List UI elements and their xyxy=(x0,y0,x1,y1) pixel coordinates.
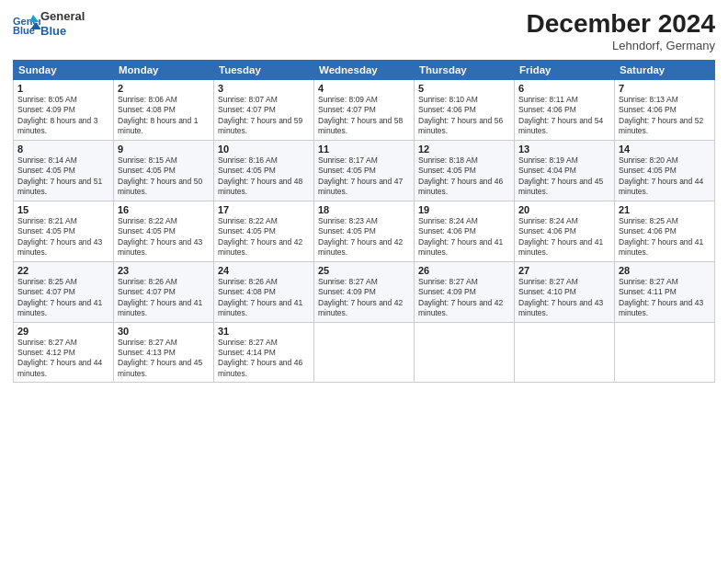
day-number: 30 xyxy=(118,326,210,337)
calendar-header-row: SundayMondayTuesdayWednesdayThursdayFrid… xyxy=(14,61,715,80)
calendar-cell: 26Sunrise: 8:27 AMSunset: 4:09 PMDayligh… xyxy=(415,261,515,322)
day-info: Sunrise: 8:09 AMSunset: 4:07 PMDaylight:… xyxy=(318,95,410,137)
month-title: December 2024 xyxy=(527,9,715,39)
day-number: 28 xyxy=(619,265,711,276)
day-number: 31 xyxy=(218,326,310,337)
day-info: Sunrise: 8:07 AMSunset: 4:07 PMDaylight:… xyxy=(218,95,310,137)
calendar-cell: 27Sunrise: 8:27 AMSunset: 4:10 PMDayligh… xyxy=(515,261,615,322)
calendar-cell: 12Sunrise: 8:18 AMSunset: 4:05 PMDayligh… xyxy=(415,140,515,201)
calendar-cell xyxy=(415,322,515,383)
calendar-cell: 7Sunrise: 8:13 AMSunset: 4:06 PMDaylight… xyxy=(615,80,715,141)
day-info: Sunrise: 8:27 AMSunset: 4:14 PMDaylight:… xyxy=(218,338,310,380)
calendar-cell: 10Sunrise: 8:16 AMSunset: 4:05 PMDayligh… xyxy=(214,140,314,201)
calendar-weekday-sunday: Sunday xyxy=(14,61,114,80)
day-number: 3 xyxy=(218,83,310,94)
calendar-weekday-friday: Friday xyxy=(515,61,615,80)
logo: General Blue General Blue xyxy=(13,9,85,38)
logo-icon: General Blue xyxy=(13,13,40,35)
day-number: 2 xyxy=(118,83,210,94)
calendar-weekday-monday: Monday xyxy=(114,61,214,80)
day-info: Sunrise: 8:27 AMSunset: 4:13 PMDaylight:… xyxy=(118,338,210,380)
day-number: 23 xyxy=(118,265,210,276)
day-number: 27 xyxy=(518,265,610,276)
location: Lehndorf, Germany xyxy=(527,39,715,52)
calendar-cell: 13Sunrise: 8:19 AMSunset: 4:04 PMDayligh… xyxy=(515,140,615,201)
day-number: 26 xyxy=(418,265,510,276)
day-info: Sunrise: 8:05 AMSunset: 4:09 PMDaylight:… xyxy=(17,95,109,137)
day-number: 14 xyxy=(619,144,711,155)
day-info: Sunrise: 8:27 AMSunset: 4:11 PMDaylight:… xyxy=(619,277,711,319)
day-number: 18 xyxy=(318,204,410,215)
day-info: Sunrise: 8:27 AMSunset: 4:10 PMDaylight:… xyxy=(518,277,610,319)
calendar-week-1: 1Sunrise: 8:05 AMSunset: 4:09 PMDaylight… xyxy=(14,80,715,141)
day-info: Sunrise: 8:14 AMSunset: 4:05 PMDaylight:… xyxy=(17,155,109,198)
day-info: Sunrise: 8:06 AMSunset: 4:08 PMDaylight:… xyxy=(118,95,210,137)
day-number: 20 xyxy=(518,204,610,215)
header: General Blue General Blue December 2024 … xyxy=(13,9,715,52)
day-info: Sunrise: 8:13 AMSunset: 4:06 PMDaylight:… xyxy=(619,95,711,137)
calendar-cell: 31Sunrise: 8:27 AMSunset: 4:14 PMDayligh… xyxy=(214,322,314,383)
day-number: 15 xyxy=(17,204,109,215)
calendar-cell: 30Sunrise: 8:27 AMSunset: 4:13 PMDayligh… xyxy=(114,322,214,383)
day-info: Sunrise: 8:26 AMSunset: 4:07 PMDaylight:… xyxy=(118,277,210,319)
calendar-cell: 19Sunrise: 8:24 AMSunset: 4:06 PMDayligh… xyxy=(415,201,515,261)
calendar-cell: 24Sunrise: 8:26 AMSunset: 4:08 PMDayligh… xyxy=(214,261,314,322)
calendar-cell: 22Sunrise: 8:25 AMSunset: 4:07 PMDayligh… xyxy=(14,261,114,322)
day-info: Sunrise: 8:25 AMSunset: 4:07 PMDaylight:… xyxy=(17,277,109,319)
calendar-week-4: 22Sunrise: 8:25 AMSunset: 4:07 PMDayligh… xyxy=(14,261,715,322)
day-number: 5 xyxy=(418,83,510,94)
calendar-cell: 15Sunrise: 8:21 AMSunset: 4:05 PMDayligh… xyxy=(14,201,114,261)
day-number: 19 xyxy=(418,204,510,215)
day-number: 11 xyxy=(318,144,410,155)
day-number: 9 xyxy=(118,144,210,155)
calendar-cell: 8Sunrise: 8:14 AMSunset: 4:05 PMDaylight… xyxy=(14,140,114,201)
day-info: Sunrise: 8:22 AMSunset: 4:05 PMDaylight:… xyxy=(118,216,210,259)
calendar-cell xyxy=(515,322,615,383)
calendar-week-3: 15Sunrise: 8:21 AMSunset: 4:05 PMDayligh… xyxy=(14,201,715,261)
calendar-table: SundayMondayTuesdayWednesdayThursdayFrid… xyxy=(13,60,715,383)
day-number: 13 xyxy=(518,144,610,155)
day-number: 1 xyxy=(17,83,109,94)
calendar-cell: 23Sunrise: 8:26 AMSunset: 4:07 PMDayligh… xyxy=(114,261,214,322)
day-info: Sunrise: 8:27 AMSunset: 4:09 PMDaylight:… xyxy=(418,277,510,319)
day-info: Sunrise: 8:23 AMSunset: 4:05 PMDaylight:… xyxy=(318,216,410,259)
day-info: Sunrise: 8:20 AMSunset: 4:05 PMDaylight:… xyxy=(619,155,711,198)
day-info: Sunrise: 8:26 AMSunset: 4:08 PMDaylight:… xyxy=(218,277,310,319)
calendar-weekday-tuesday: Tuesday xyxy=(214,61,314,80)
calendar-cell: 28Sunrise: 8:27 AMSunset: 4:11 PMDayligh… xyxy=(615,261,715,322)
calendar-cell: 29Sunrise: 8:27 AMSunset: 4:12 PMDayligh… xyxy=(14,322,114,383)
day-info: Sunrise: 8:21 AMSunset: 4:05 PMDaylight:… xyxy=(17,216,109,259)
day-info: Sunrise: 8:25 AMSunset: 4:06 PMDaylight:… xyxy=(619,216,711,259)
calendar-cell: 3Sunrise: 8:07 AMSunset: 4:07 PMDaylight… xyxy=(214,80,314,141)
day-number: 25 xyxy=(318,265,410,276)
calendar-cell: 5Sunrise: 8:10 AMSunset: 4:06 PMDaylight… xyxy=(415,80,515,141)
calendar-cell xyxy=(615,322,715,383)
calendar-cell: 17Sunrise: 8:22 AMSunset: 4:05 PMDayligh… xyxy=(214,201,314,261)
calendar-cell: 2Sunrise: 8:06 AMSunset: 4:08 PMDaylight… xyxy=(114,80,214,141)
calendar-weekday-saturday: Saturday xyxy=(615,61,715,80)
day-number: 16 xyxy=(118,204,210,215)
calendar-cell: 4Sunrise: 8:09 AMSunset: 4:07 PMDaylight… xyxy=(314,80,415,141)
calendar-cell: 21Sunrise: 8:25 AMSunset: 4:06 PMDayligh… xyxy=(615,201,715,261)
logo-line1: General xyxy=(40,9,85,24)
calendar-cell: 9Sunrise: 8:15 AMSunset: 4:05 PMDaylight… xyxy=(114,140,214,201)
day-number: 8 xyxy=(17,144,109,155)
calendar-weekday-wednesday: Wednesday xyxy=(314,61,415,80)
day-info: Sunrise: 8:10 AMSunset: 4:06 PMDaylight:… xyxy=(418,95,510,137)
svg-text:Blue: Blue xyxy=(13,25,35,35)
day-number: 10 xyxy=(218,144,310,155)
day-number: 17 xyxy=(218,204,310,215)
day-info: Sunrise: 8:27 AMSunset: 4:12 PMDaylight:… xyxy=(17,338,109,380)
day-number: 29 xyxy=(17,326,109,337)
calendar-cell: 25Sunrise: 8:27 AMSunset: 4:09 PMDayligh… xyxy=(314,261,415,322)
day-number: 22 xyxy=(17,265,109,276)
day-number: 21 xyxy=(619,204,711,215)
calendar-cell: 6Sunrise: 8:11 AMSunset: 4:06 PMDaylight… xyxy=(515,80,615,141)
day-number: 4 xyxy=(318,83,410,94)
day-info: Sunrise: 8:17 AMSunset: 4:05 PMDaylight:… xyxy=(318,155,410,198)
logo-line2: Blue xyxy=(40,24,85,39)
day-info: Sunrise: 8:15 AMSunset: 4:05 PMDaylight:… xyxy=(118,155,210,198)
day-info: Sunrise: 8:24 AMSunset: 4:06 PMDaylight:… xyxy=(518,216,610,259)
day-info: Sunrise: 8:24 AMSunset: 4:06 PMDaylight:… xyxy=(418,216,510,259)
day-number: 12 xyxy=(418,144,510,155)
